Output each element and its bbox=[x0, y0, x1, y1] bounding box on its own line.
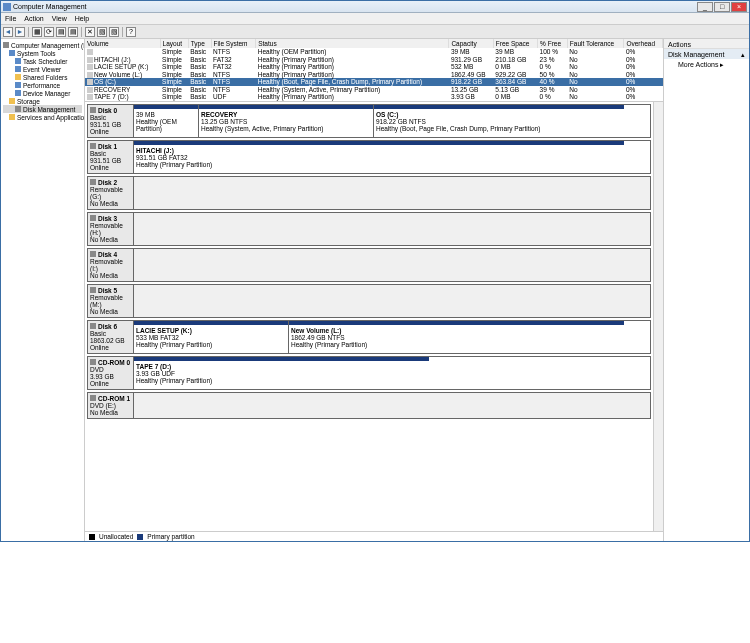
close-button[interactable]: × bbox=[731, 2, 747, 12]
volume-cell: Simple bbox=[160, 63, 188, 71]
volume-cell: 0 MB bbox=[493, 93, 537, 101]
menu-help[interactable]: Help bbox=[75, 15, 89, 22]
volume-row[interactable]: RECOVERYSimpleBasicNTFSHealthy (System, … bbox=[85, 86, 663, 94]
disk-row[interactable]: Disk 2Removable (G:)No Media bbox=[87, 176, 651, 210]
tree-item[interactable]: Shared Folders bbox=[3, 73, 82, 81]
tb-icon-7[interactable]: ▧ bbox=[109, 27, 119, 37]
col-header[interactable]: Volume bbox=[85, 39, 160, 48]
forward-icon[interactable]: ► bbox=[15, 27, 25, 37]
tree-group[interactable]: Storage bbox=[3, 97, 82, 105]
toolbar: ◄ ► ▦ ⟳ ▤ ▤ ✕ ▧ ▧ ? bbox=[1, 25, 749, 39]
volume-cell: Simple bbox=[160, 86, 188, 94]
partition[interactable]: TAPE 7 (D:)3.93 GB UDFHealthy (Primary P… bbox=[134, 357, 429, 389]
partition[interactable]: New Volume (L:)1862.49 GB NTFSHealthy (P… bbox=[289, 321, 624, 353]
volume-row[interactable]: HITACHI (J:)SimpleBasicFAT32Healthy (Pri… bbox=[85, 56, 663, 64]
col-header[interactable]: Status bbox=[256, 39, 449, 48]
col-header[interactable]: Layout bbox=[160, 39, 188, 48]
volume-cell: Simple bbox=[160, 71, 188, 79]
window-title: Computer Management bbox=[13, 3, 87, 10]
volume-row[interactable]: LACIE SETUP (K:)SimpleBasicFAT32Healthy … bbox=[85, 63, 663, 71]
volume-icon bbox=[87, 72, 93, 78]
volume-cell: NTFS bbox=[211, 71, 256, 79]
actions-subheader[interactable]: Disk Management▴ bbox=[664, 49, 749, 59]
menu-file[interactable]: File bbox=[5, 15, 16, 22]
disk-header[interactable]: CD-ROM 0DVD3.93 GBOnline bbox=[88, 357, 134, 389]
disk-row[interactable]: Disk 1Basic931.51 GBOnlineHITACHI (J:)93… bbox=[87, 140, 651, 174]
disk-header[interactable]: Disk 3Removable (H:)No Media bbox=[88, 213, 134, 245]
disk-row[interactable]: CD-ROM 0DVD3.93 GBOnlineTAPE 7 (D:)3.93 … bbox=[87, 356, 651, 390]
scrollbar-vertical[interactable] bbox=[653, 102, 663, 532]
partition-empty bbox=[134, 393, 650, 418]
disk-icon bbox=[90, 323, 96, 329]
titlebar[interactable]: Computer Management _ □ × bbox=[1, 1, 749, 13]
volume-cell: Basic bbox=[188, 48, 211, 56]
volume-cell: Healthy (Primary Partition) bbox=[256, 63, 449, 71]
item-icon bbox=[15, 82, 21, 88]
volume-row[interactable]: TAPE 7 (D:)SimpleBasicUDFHealthy (Primar… bbox=[85, 93, 663, 101]
col-header[interactable]: Type bbox=[188, 39, 211, 48]
partition[interactable]: LACIE SETUP (K:)533 MB FAT32Healthy (Pri… bbox=[134, 321, 289, 353]
col-header[interactable]: Free Space bbox=[493, 39, 537, 48]
tree-item[interactable]: Event Viewer bbox=[3, 65, 82, 73]
tree-item[interactable]: Performance bbox=[3, 81, 82, 89]
menubar: File Action View Help bbox=[1, 13, 749, 25]
tb-icon-3[interactable]: ▤ bbox=[56, 27, 66, 37]
partition[interactable]: HITACHI (J:)931.51 GB FAT32Healthy (Prim… bbox=[134, 141, 624, 173]
volume-cell: 0% bbox=[624, 71, 663, 79]
tree-item[interactable]: Disk Management bbox=[3, 105, 82, 113]
volume-row[interactable]: New Volume (L:)SimpleBasicNTFSHealthy (P… bbox=[85, 71, 663, 79]
partition[interactable]: RECOVERY13.25 GB NTFSHealthy (System, Ac… bbox=[199, 105, 374, 137]
tree-root[interactable]: Computer Management (Local bbox=[3, 41, 82, 49]
maximize-button[interactable]: □ bbox=[714, 2, 730, 12]
disk-header[interactable]: Disk 4Removable (I:)No Media bbox=[88, 249, 134, 281]
disk-header[interactable]: Disk 6Basic1863.02 GBOnline bbox=[88, 321, 134, 353]
item-icon bbox=[15, 66, 21, 72]
actions-header: Actions bbox=[664, 39, 749, 49]
tb-icon-4[interactable]: ▤ bbox=[68, 27, 78, 37]
partition[interactable]: 39 MBHealthy (OEM Partition) bbox=[134, 105, 199, 137]
disk-header[interactable]: CD-ROM 1DVD (E:)No Media bbox=[88, 393, 134, 418]
disk-header[interactable]: Disk 2Removable (G:)No Media bbox=[88, 177, 134, 209]
menu-action[interactable]: Action bbox=[24, 15, 43, 22]
tree-group[interactable]: System Tools bbox=[3, 49, 82, 57]
disk-header[interactable]: Disk 1Basic931.51 GBOnline bbox=[88, 141, 134, 173]
tree-group[interactable]: Services and Applications bbox=[3, 113, 82, 121]
disk-row[interactable]: CD-ROM 1DVD (E:)No Media bbox=[87, 392, 651, 419]
col-header[interactable]: Capacity bbox=[449, 39, 493, 48]
volume-cell: Simple bbox=[160, 56, 188, 64]
back-icon[interactable]: ◄ bbox=[3, 27, 13, 37]
minimize-button[interactable]: _ bbox=[697, 2, 713, 12]
disk-row[interactable]: Disk 0Basic931.51 GBOnline39 MBHealthy (… bbox=[87, 104, 651, 138]
disk-icon bbox=[90, 287, 96, 293]
disk-row[interactable]: Disk 4Removable (I:)No Media bbox=[87, 248, 651, 282]
disk-row[interactable]: Disk 5Removable (M:)No Media bbox=[87, 284, 651, 318]
col-header[interactable]: % Free bbox=[538, 39, 568, 48]
partition[interactable]: OS (C:)918.22 GB NTFSHealthy (Boot, Page… bbox=[374, 105, 624, 137]
col-header[interactable]: Fault Tolerance bbox=[567, 39, 624, 48]
tb-icon-5[interactable]: ✕ bbox=[85, 27, 95, 37]
disk-header[interactable]: Disk 5Removable (M:)No Media bbox=[88, 285, 134, 317]
volume-cell: Basic bbox=[188, 56, 211, 64]
disk-header[interactable]: Disk 0Basic931.51 GBOnline bbox=[88, 105, 134, 137]
help-icon[interactable]: ? bbox=[126, 27, 136, 37]
actions-more[interactable]: More Actions ▸ bbox=[664, 59, 749, 69]
volume-cell: Healthy (Primary Partition) bbox=[256, 56, 449, 64]
volume-row[interactable]: SimpleBasicNTFSHealthy (OEM Partition)39… bbox=[85, 48, 663, 56]
volume-cell: New Volume (L:) bbox=[85, 71, 160, 79]
col-header[interactable]: Overhead bbox=[624, 39, 663, 48]
volume-cell: 0 % bbox=[538, 63, 568, 71]
tree-item[interactable]: Task Scheduler bbox=[3, 57, 82, 65]
refresh-icon[interactable]: ⟳ bbox=[44, 27, 54, 37]
menu-view[interactable]: View bbox=[52, 15, 67, 22]
disk-icon bbox=[90, 395, 96, 401]
tb-icon-6[interactable]: ▧ bbox=[97, 27, 107, 37]
col-header[interactable]: File System bbox=[211, 39, 256, 48]
volume-row[interactable]: OS (C:)SimpleBasicNTFSHealthy (Boot, Pag… bbox=[85, 78, 663, 86]
disk-row[interactable]: Disk 3Removable (H:)No Media bbox=[87, 212, 651, 246]
volume-cell: 0% bbox=[624, 86, 663, 94]
view-icon[interactable]: ▦ bbox=[32, 27, 42, 37]
volume-cell: 39 MB bbox=[449, 48, 493, 56]
disk-row[interactable]: Disk 6Basic1863.02 GBOnlineLACIE SETUP (… bbox=[87, 320, 651, 354]
tree-item[interactable]: Device Manager bbox=[3, 89, 82, 97]
legend-unalloc-label: Unallocated bbox=[99, 533, 133, 540]
